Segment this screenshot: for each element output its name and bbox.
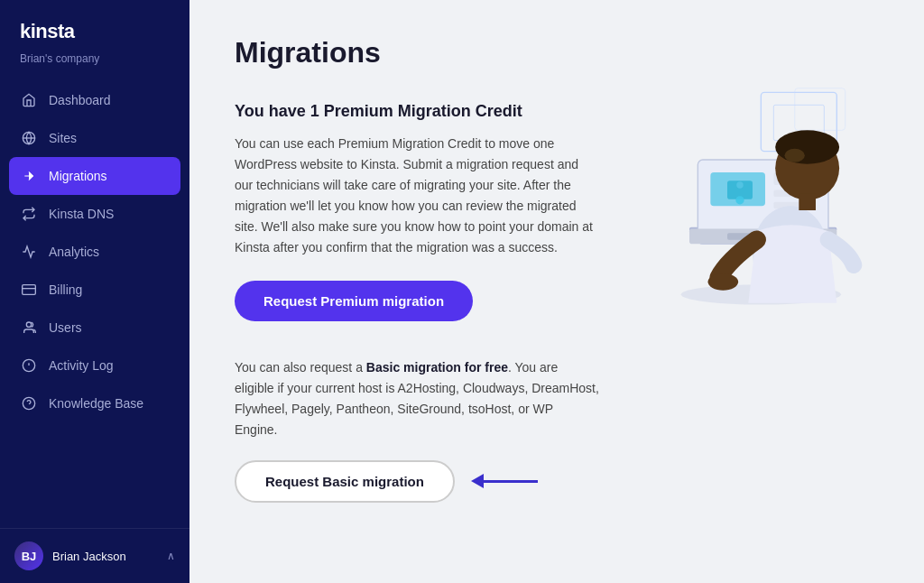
sidebar-item-activity-log[interactable]: Activity Log xyxy=(0,347,189,384)
home-icon xyxy=(20,91,38,109)
content-area: You have 1 Premium Migration Credit You … xyxy=(235,102,879,503)
request-basic-migration-button[interactable]: Request Basic migration xyxy=(235,460,455,503)
sidebar-item-sites[interactable]: Sites xyxy=(0,119,189,157)
sidebar-item-kinsta-dns[interactable]: Kinsta DNS xyxy=(0,195,189,233)
user-info: BJ Brian Jackson xyxy=(14,541,126,570)
migrations-icon xyxy=(20,167,38,185)
svg-rect-27 xyxy=(799,193,816,210)
sidebar-item-analytics-label: Analytics xyxy=(49,245,99,259)
premium-heading: You have 1 Premium Migration Credit xyxy=(235,102,599,121)
svg-point-29 xyxy=(784,149,804,162)
svg-rect-2 xyxy=(23,285,36,295)
basic-button-wrapper: Request Basic migration xyxy=(235,460,599,503)
sidebar-item-activity-log-label: Activity Log xyxy=(49,358,114,373)
user-footer[interactable]: BJ Brian Jackson ∧ xyxy=(0,528,189,583)
sidebar-item-analytics[interactable]: Analytics xyxy=(0,233,189,271)
sidebar: kinsta Brian's company Dashboard Sites M… xyxy=(0,0,189,583)
sidebar-item-knowledge-base[interactable]: Knowledge Base xyxy=(0,384,189,422)
billing-icon xyxy=(20,281,38,299)
knowledge-base-icon xyxy=(20,394,38,412)
activity-log-icon xyxy=(20,356,38,375)
left-content: You have 1 Premium Migration Credit You … xyxy=(235,102,599,503)
premium-section: You have 1 Premium Migration Credit You … xyxy=(235,102,599,321)
arrow-indicator xyxy=(473,474,538,488)
svg-point-26 xyxy=(775,130,839,163)
sidebar-item-kinsta-dns-label: Kinsta DNS xyxy=(49,207,114,221)
arrow-line xyxy=(484,480,538,483)
analytics-icon xyxy=(20,243,38,261)
users-icon xyxy=(20,319,38,337)
sidebar-item-migrations-label: Migrations xyxy=(49,169,107,183)
svg-rect-12 xyxy=(795,88,845,131)
user-name: Brian Jackson xyxy=(52,550,126,563)
arrow-head xyxy=(471,474,484,488)
basic-desc-bold: Basic migration for free xyxy=(366,360,508,375)
sidebar-item-migrations[interactable]: Migrations xyxy=(9,157,180,195)
sidebar-nav: Dashboard Sites Migrations Kinsta DNS xyxy=(0,81,189,528)
logo-area: kinsta xyxy=(0,0,189,51)
main-content: Migrations You have 1 Premium Migration … xyxy=(189,0,924,583)
svg-point-31 xyxy=(736,181,743,188)
svg-point-30 xyxy=(735,196,744,204)
premium-description: You can use each Premium Migration Credi… xyxy=(235,134,599,259)
page-title: Migrations xyxy=(235,36,879,69)
sites-icon xyxy=(20,129,38,147)
svg-point-28 xyxy=(708,273,739,291)
svg-point-4 xyxy=(26,322,31,327)
dns-icon xyxy=(20,205,38,223)
sidebar-item-users[interactable]: Users xyxy=(0,309,189,347)
sidebar-item-billing-label: Billing xyxy=(49,282,82,297)
sidebar-item-knowledge-base-label: Knowledge Base xyxy=(49,396,143,411)
basic-desc-prefix: You can also request a xyxy=(235,360,366,375)
company-name: Brian's company xyxy=(0,51,189,81)
sidebar-item-sites-label: Sites xyxy=(49,131,77,145)
migration-illustration xyxy=(626,84,879,357)
sidebar-item-users-label: Users xyxy=(49,320,82,335)
sidebar-item-billing[interactable]: Billing xyxy=(0,271,189,309)
basic-description: You can also request a Basic migration f… xyxy=(235,357,599,440)
request-premium-migration-button[interactable]: Request Premium migration xyxy=(235,281,473,321)
avatar-image: BJ xyxy=(14,541,43,570)
basic-section: You can also request a Basic migration f… xyxy=(235,357,599,503)
avatar: BJ xyxy=(14,541,43,570)
sidebar-item-dashboard[interactable]: Dashboard xyxy=(0,81,189,119)
chevron-up-icon: ∧ xyxy=(167,550,175,562)
sidebar-item-dashboard-label: Dashboard xyxy=(49,93,111,107)
logo: kinsta xyxy=(20,20,170,43)
